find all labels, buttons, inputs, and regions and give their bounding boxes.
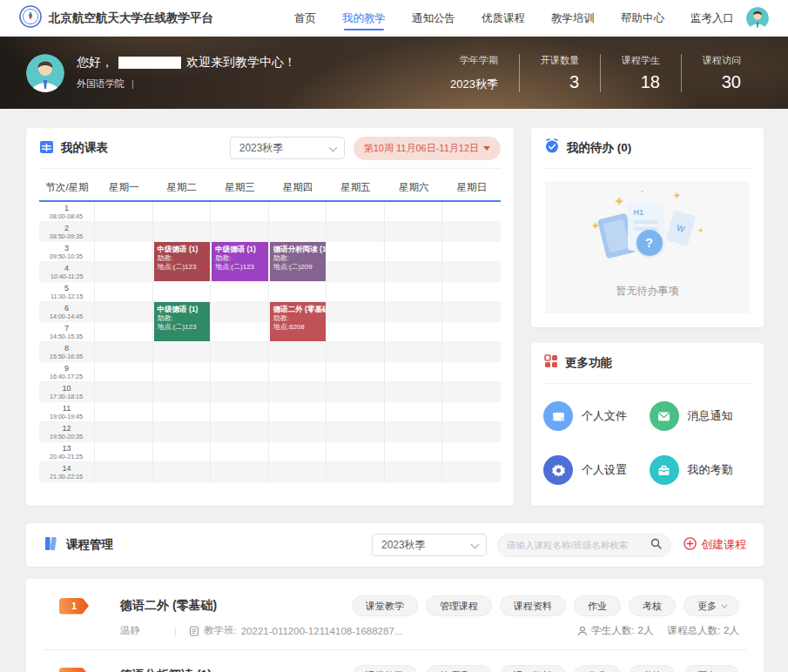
attendance-icon	[650, 455, 679, 485]
timetable-day-cell	[442, 342, 501, 362]
timetable-column-header: 星期三	[211, 174, 269, 200]
todo-header: 我的待办 (0)	[531, 128, 764, 168]
period-cell: 1219:50-20:35	[39, 422, 95, 442]
course-title: 德语分析阅读 (1)	[120, 668, 212, 672]
nav-item-监考入口[interactable]: 监考入口	[690, 0, 734, 37]
timetable-row: 916:40-17:25	[39, 362, 501, 382]
timetable-day-cell	[153, 282, 212, 302]
stat-label: 学年学期	[450, 54, 498, 67]
action-button-more[interactable]: 更多	[684, 665, 739, 672]
timetable-day-cell	[95, 202, 153, 222]
course-teacher: 温静	[120, 624, 174, 637]
period-cell: 1119:00-19:45	[39, 402, 95, 422]
timetable-column-header: 星期五	[327, 174, 385, 200]
period-cell: 614:00-14:45	[39, 302, 95, 322]
week-selector[interactable]: 第10周 11月06日-11月12日	[354, 137, 501, 160]
action-button-管理课程[interactable]: 管理课程	[426, 665, 492, 672]
timetable-row: 1017:30-18:15	[39, 382, 501, 402]
timetable-day-cell	[442, 362, 501, 382]
action-button-管理课程[interactable]: 管理课程	[426, 595, 492, 616]
grid-icon	[544, 354, 558, 372]
timetable-day-cell	[385, 342, 443, 362]
timetable-day-cell	[211, 202, 269, 222]
timetable-day-cell	[153, 382, 212, 402]
class-assistant: 助教:	[158, 254, 207, 263]
todo-empty-state: ✦ ✦ ✦ ✦ • H1 W ? 暂无待办事项	[545, 181, 750, 313]
todo-count: (0)	[617, 141, 632, 154]
class-name: 中级德语 (1)	[215, 245, 265, 254]
more-function-个人文件[interactable]: 个人文件	[543, 401, 650, 431]
course-search-input[interactable]	[507, 540, 650, 550]
timetable-day-cell	[269, 422, 327, 442]
action-button-more[interactable]: 更多	[684, 595, 739, 616]
timetable-row: 1219:50-20:35	[39, 422, 501, 442]
timetable-day-cell	[95, 462, 153, 482]
class-block[interactable]: 中级德语 (1) 助教: 地点:(二)123	[154, 242, 211, 281]
term-select[interactable]: 2023秋季	[230, 137, 345, 159]
class-block[interactable]: 德语分析阅读 (1) 助教: 地点:(二)209	[270, 242, 327, 281]
mail-icon	[650, 401, 679, 431]
platform-title: 北京航空航天大学在线教学平台	[49, 10, 213, 26]
nav-item-帮助中心[interactable]: 帮助中心	[621, 0, 664, 37]
class-assistant: 助教:	[158, 314, 207, 323]
action-button-课堂教学[interactable]: 课堂教学	[352, 595, 418, 616]
create-course-button[interactable]: 创建课程	[684, 537, 746, 553]
department: 外国语学院|	[77, 77, 296, 91]
timetable-day-cell	[269, 342, 327, 362]
timetable-day-cell	[385, 222, 443, 242]
period-cell: 1421:30-22:15	[39, 462, 95, 482]
course-management-section: 课程管理 2023秋季 创建课程 1 德	[26, 523, 764, 672]
top-navigation: 北京航空航天大学在线教学平台 首页我的教学通知公告优质课程教学培训帮助中心监考入…	[0, 0, 788, 37]
timetable-day-cell	[385, 262, 443, 282]
course-row: 1 德语二外 (零基础) 课堂教学管理课程课程资料作业考核更多 温静 | 教学班…	[44, 581, 746, 649]
action-button-作业[interactable]: 作业	[574, 665, 621, 672]
class-block[interactable]: 中级德语 (1) 助教: 地点:(二)123	[212, 242, 268, 281]
timetable-day-cell	[269, 222, 327, 242]
timetable-header: 我的课表 2023秋季 第10周 11月06日-11月12日	[26, 128, 514, 168]
search-icon[interactable]	[650, 537, 662, 553]
timetable-day-cell	[211, 362, 269, 382]
nav-item-首页[interactable]: 首页	[294, 0, 316, 37]
user-avatar[interactable]	[746, 7, 769, 30]
action-button-课堂教学[interactable]: 课堂教学	[352, 665, 418, 672]
divider: |	[131, 78, 134, 89]
action-button-考核[interactable]: 考核	[629, 595, 676, 616]
timetable-day-cell	[95, 342, 153, 362]
course-list: 1 德语二外 (零基础) 课堂教学管理课程课程资料作业考核更多 温静 | 教学班…	[26, 579, 764, 672]
class-location: 地点:(二)123	[215, 263, 265, 272]
course-term-select[interactable]: 2023秋季	[372, 534, 487, 556]
nav-links: 首页我的教学通知公告优质课程教学培训帮助中心监考入口	[294, 0, 734, 37]
timetable-day-cell	[327, 402, 385, 422]
nav-item-教学培训[interactable]: 教学培训	[551, 0, 595, 37]
timetable-day-cell	[385, 422, 443, 442]
timetable-day-cell	[269, 202, 327, 222]
chevron-down-icon	[721, 601, 727, 608]
student-count: 学生人数: 2人	[577, 624, 653, 637]
timetable-day-cell	[327, 302, 385, 322]
timetable-day-cell	[95, 242, 153, 262]
more-function-个人设置[interactable]: 个人设置	[543, 455, 650, 485]
course-title: 德语二外 (零基础)	[120, 598, 217, 614]
course-search	[497, 534, 671, 557]
action-button-考核[interactable]: 考核	[629, 665, 676, 672]
university-logo-icon	[19, 5, 42, 31]
class-location: 地点:(二)123	[158, 263, 207, 272]
action-button-课程资料[interactable]: 课程资料	[500, 665, 566, 672]
action-button-课程资料[interactable]: 课程资料	[500, 595, 566, 616]
sparkle-icon: ✦	[614, 193, 625, 210]
stat-value: 30	[703, 72, 741, 92]
period-cell: 309:50-10:35	[39, 242, 95, 262]
nav-item-通知公告[interactable]: 通知公告	[412, 0, 455, 37]
timetable-day-cell	[153, 362, 212, 382]
greeting-prefix: 您好，	[77, 55, 113, 71]
nav-item-优质课程[interactable]: 优质课程	[482, 0, 525, 37]
nav-item-我的教学[interactable]: 我的教学	[342, 0, 386, 37]
action-button-作业[interactable]: 作业	[574, 595, 621, 616]
more-function-我的考勤[interactable]: 我的考勤	[650, 455, 756, 485]
class-block[interactable]: 中级德语 (1) 助教: 地点:(二)123	[154, 302, 211, 341]
timetable-day-cell	[153, 402, 212, 422]
more-function-消息通知[interactable]: 消息通知	[650, 401, 756, 431]
stat-label: 开课数量	[541, 54, 579, 67]
timetable-day-cell	[95, 302, 153, 322]
class-block[interactable]: 德语二外 (零基础) 助教: 地点:8208	[270, 302, 327, 341]
